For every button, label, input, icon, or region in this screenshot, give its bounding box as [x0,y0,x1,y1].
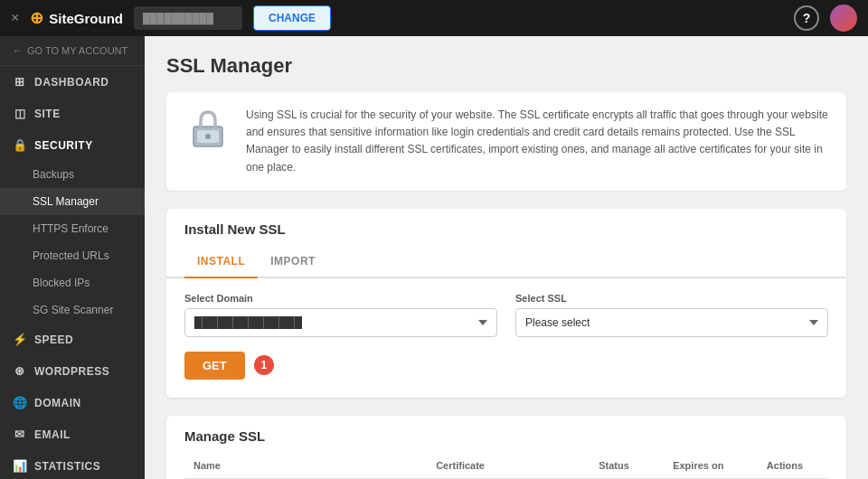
logo-text: SiteGround [49,11,123,26]
back-to-account[interactable]: ← GO TO MY ACCOUNT [0,36,145,66]
select-ssl-dropdown[interactable]: Please select [515,308,828,337]
get-badge: 1 [254,355,274,375]
install-tabs: INSTALL IMPORT [166,246,846,278]
col-expires: Expires on [664,453,758,479]
logo-icon: ⊕ [30,8,43,28]
sidebar-item-domain[interactable]: 🌐 DOMAIN [0,387,145,418]
info-box: Using SSL is crucial for the security of… [166,92,846,191]
site-icon: ◫ [13,107,27,120]
install-ssl-title: Install New SSL [166,209,846,246]
manage-ssl-title: Manage SSL [184,416,828,453]
site-name: ██████████ [143,13,213,23]
domain-icon: 🌐 [13,396,27,409]
sidebar-item-dashboard[interactable]: ⊞ DASHBOARD [0,66,145,98]
wordpress-icon: ⊛ [13,364,27,378]
col-actions: Actions [758,453,828,479]
col-status: Status [590,453,664,479]
select-ssl-label: Select SSL [515,293,828,304]
col-name: Name [184,453,427,479]
tab-install[interactable]: INSTALL [184,246,258,278]
security-icon: 🔒 [13,138,27,152]
select-ssl-group: Select SSL Please select [515,293,828,337]
sidebar-item-security[interactable]: 🔒 SECURITY [0,129,145,161]
dashboard-icon: ⊞ [13,75,27,89]
topbar: × ⊕ SiteGround ██████████ CHANGE ? [0,0,868,36]
sidebar-item-site[interactable]: ◫ SITE [0,98,145,129]
help-button[interactable]: ? [794,5,819,31]
col-certificate: Certificate [427,453,590,479]
select-domain-group: Select Domain ██████████████ [184,293,497,337]
sidebar-sub-https-enforce[interactable]: HTTPS Enforce [0,215,145,242]
sidebar-sub-blocked-ips[interactable]: Blocked IPs [0,269,145,296]
get-button[interactable]: GET [184,352,245,380]
select-domain-label: Select Domain [184,293,497,304]
sidebar-item-email[interactable]: ✉ EMAIL [0,418,145,450]
ssl-table: Name Certificate Status Expires on Actio… [184,453,828,479]
email-icon: ✉ [13,427,27,441]
logo: ⊕ SiteGround [30,8,123,28]
install-form: Select Domain ██████████████ Select SSL … [166,278,846,398]
close-icon[interactable]: × [11,10,19,26]
sidebar-item-wordpress[interactable]: ⊛ WORDPRESS [0,355,145,387]
sidebar-sub-ssl-manager[interactable]: SSL Manager [0,188,145,215]
site-selector: ██████████ [134,6,242,30]
page-title: SSL Manager [166,54,846,78]
sidebar-item-statistics[interactable]: 📊 STATISTICS [0,450,145,479]
manage-ssl-section: Manage SSL Name Certificate Status Expir… [166,416,846,479]
select-domain-dropdown[interactable]: ██████████████ [184,308,497,337]
sidebar-sub-protected-urls[interactable]: Protected URLs [0,242,145,269]
avatar[interactable] [830,5,857,32]
info-description: Using SSL is crucial for the security of… [246,107,828,176]
svg-point-2 [205,134,211,139]
sidebar: ← GO TO MY ACCOUNT ⊞ DASHBOARD ◫ SITE 🔒 … [0,36,145,479]
statistics-icon: 📊 [13,459,27,473]
sidebar-sub-backups[interactable]: Backups [0,161,145,188]
sidebar-sub-sg-site-scanner[interactable]: SG Site Scanner [0,296,145,324]
install-ssl-section: Install New SSL INSTALL IMPORT Select Do… [166,209,846,398]
main-content: SSL Manager Using SSL is crucial for the… [145,36,868,479]
tab-import[interactable]: IMPORT [258,246,328,278]
back-arrow-icon: ← [13,45,23,56]
sidebar-item-speed[interactable]: ⚡ SPEED [0,324,145,355]
speed-icon: ⚡ [13,333,27,346]
change-button[interactable]: CHANGE [253,5,331,31]
ssl-icon [184,107,231,162]
